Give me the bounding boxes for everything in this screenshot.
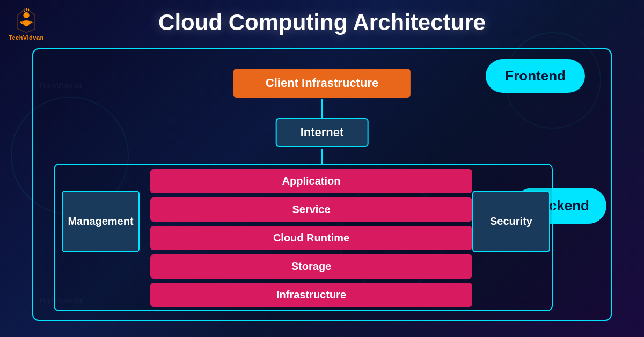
security-box: Security — [472, 191, 550, 252]
stack-item-application: Application — [150, 169, 472, 193]
connector-internet-inner — [321, 149, 323, 165]
stack-item-service: Service — [150, 197, 472, 222]
management-box: Management — [62, 191, 140, 252]
stack-item-storage: Storage — [150, 254, 472, 279]
connector-client-internet — [321, 99, 323, 120]
stack-item-cloud-runtime: Cloud Runtime — [150, 226, 472, 250]
stack-item-infrastructure: Infrastructure — [150, 283, 472, 307]
internet-box: Internet — [276, 118, 369, 147]
stack-container: Application Service Cloud Runtime Storag… — [150, 169, 472, 307]
watermark-text-1: TechVidvan — [39, 82, 83, 90]
client-infrastructure-box: Client Infrastructure — [233, 69, 411, 98]
frontend-label: Frontend — [486, 59, 585, 93]
page-title: Cloud Computing Architecture — [0, 10, 644, 35]
